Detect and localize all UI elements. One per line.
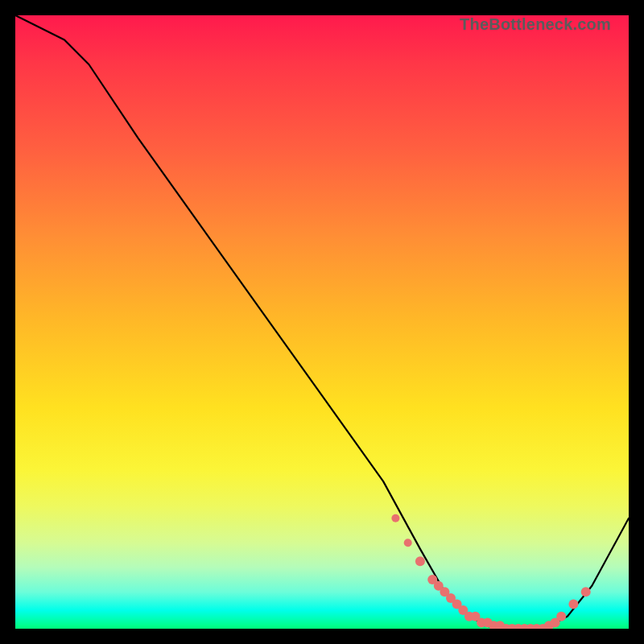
highlight-dot: [556, 612, 566, 621]
highlight-dot: [581, 587, 591, 597]
highlight-dot: [568, 600, 578, 609]
bottleneck-chart: [15, 15, 629, 629]
curve-line: [15, 15, 629, 629]
highlight-dot: [415, 556, 425, 566]
highlight-dots: [391, 514, 590, 629]
highlight-dot: [404, 539, 412, 547]
highlight-dot: [391, 514, 399, 522]
chart-area: TheBottleneck.com: [15, 15, 629, 629]
